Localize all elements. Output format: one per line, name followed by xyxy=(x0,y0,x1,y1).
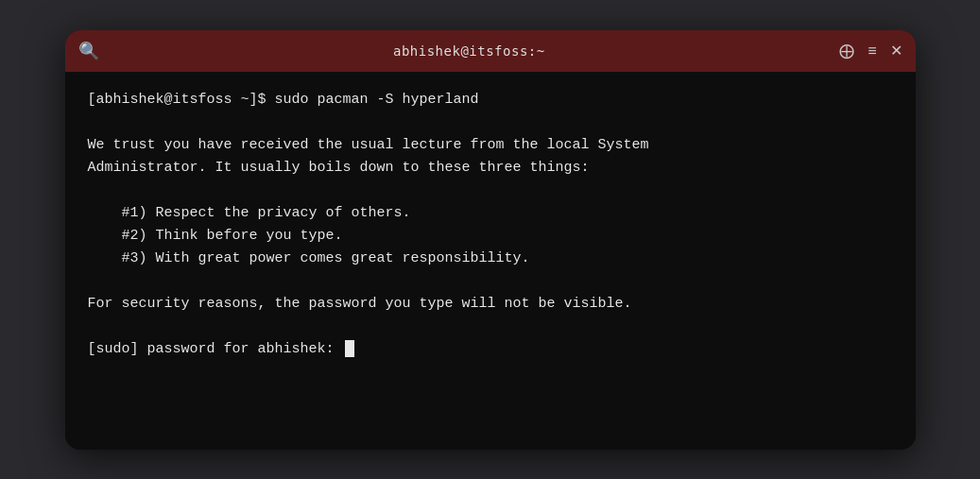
cursor xyxy=(345,340,354,357)
terminal-line: We trust you have received the usual lec… xyxy=(88,134,893,157)
menu-icon[interactable]: ≡ xyxy=(868,43,876,60)
terminal-line: [abhishek@itsfoss ~]$ sudo pacman -S hyp… xyxy=(88,89,893,111)
terminal-line: #2) Think before you type. xyxy=(88,225,893,248)
terminal-line: [sudo] password for abhishek: xyxy=(88,338,893,361)
terminal-line: Administrator. It usually boils down to … xyxy=(88,157,893,180)
terminal-line xyxy=(88,111,893,134)
terminal-line xyxy=(88,270,893,293)
close-icon[interactable]: ✕ xyxy=(890,42,903,60)
terminal-line xyxy=(88,180,893,202)
terminal-outer: [abhishek@itsfoss ~]$ sudo pacman -S hyp… xyxy=(65,72,916,450)
window-controls: ⨁ ≡ ✕ xyxy=(839,42,902,60)
new-tab-icon[interactable]: ⨁ xyxy=(839,42,854,60)
terminal-line: For security reasons, the password you t… xyxy=(88,293,893,316)
terminal-body[interactable]: [abhishek@itsfoss ~]$ sudo pacman -S hyp… xyxy=(65,72,916,450)
terminal-window: 🔍 abhishek@itsfoss:~ ⨁ ≡ ✕ [abhishek@its… xyxy=(65,30,916,450)
window-title: abhishek@itsfoss:~ xyxy=(393,43,545,59)
terminal-line: #3) With great power comes great respons… xyxy=(88,248,893,270)
terminal-line xyxy=(88,316,893,338)
terminal-line: #1) Respect the privacy of others. xyxy=(88,202,893,225)
search-icon[interactable]: 🔍 xyxy=(78,41,99,61)
titlebar: 🔍 abhishek@itsfoss:~ ⨁ ≡ ✕ xyxy=(65,30,916,72)
